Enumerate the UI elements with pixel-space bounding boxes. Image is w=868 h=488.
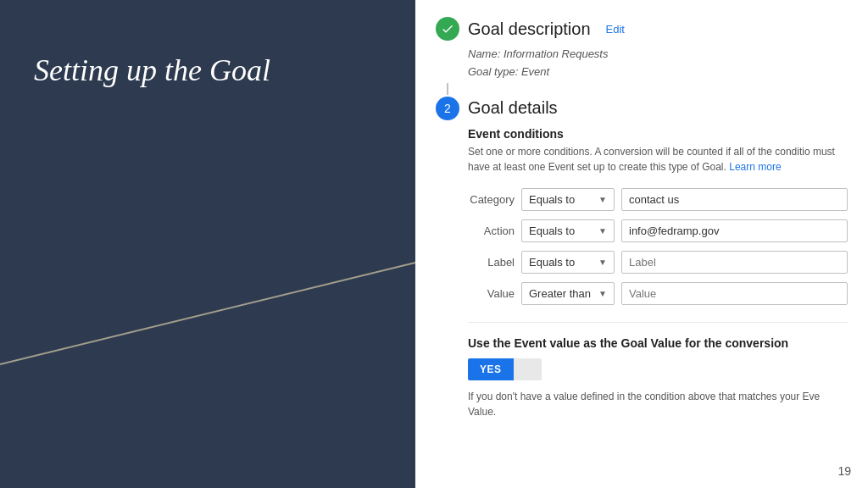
- value-dropdown-arrow: ▼: [598, 289, 607, 298]
- condition-row-label: Label Equals to ▼: [468, 251, 848, 274]
- toggle-container: YES: [468, 358, 848, 380]
- goal-meta: Name: Information Requests Goal type: Ev…: [468, 46, 848, 81]
- slide-title: Setting up the Goal: [34, 51, 270, 91]
- goal-name-line: Name: Information Requests: [468, 46, 848, 64]
- page-number: 19: [837, 464, 851, 478]
- value-label: Value: [468, 287, 515, 300]
- action-dropdown-value: Equals to: [529, 225, 575, 237]
- learn-more-link[interactable]: Learn more: [729, 161, 781, 173]
- category-input[interactable]: [621, 188, 848, 211]
- condition-row-category: Category Equals to ▼: [468, 188, 848, 211]
- toggle-yes-button[interactable]: YES: [468, 358, 514, 380]
- label-dropdown[interactable]: Equals to ▼: [521, 251, 615, 274]
- value-dropdown[interactable]: Greater than ▼: [521, 282, 615, 305]
- right-panel: Goal description Edit Name: Information …: [415, 0, 868, 488]
- label-dropdown-arrow: ▼: [598, 258, 607, 267]
- goal-details-title: Goal details: [468, 98, 558, 118]
- action-label: Action: [468, 225, 515, 237]
- event-conditions-desc: Set one or more conditions. A conversion…: [468, 144, 848, 175]
- goal-value-desc: If you don't have a value defined in the…: [468, 389, 848, 419]
- step-circle: 2: [436, 97, 459, 120]
- toggle-no-button[interactable]: [514, 358, 542, 380]
- category-dropdown-value: Equals to: [529, 193, 575, 206]
- value-dropdown-value: Greater than: [529, 287, 591, 300]
- goal-type-line: Goal type: Event: [468, 64, 848, 81]
- conditions-table: Category Equals to ▼ Action Equals to ▼ …: [468, 188, 848, 305]
- condition-row-value: Value Greater than ▼: [468, 282, 848, 305]
- action-dropdown[interactable]: Equals to ▼: [521, 219, 615, 242]
- category-dropdown[interactable]: Equals to ▼: [521, 188, 615, 211]
- type-label: Goal type:: [468, 65, 518, 78]
- goal-description-header: Goal description Edit: [436, 17, 848, 41]
- goal-value-title: Use the Event value as the Goal Value fo…: [468, 336, 848, 350]
- goal-details-header: 2 Goal details: [436, 97, 848, 120]
- category-label: Category: [468, 193, 515, 206]
- action-input[interactable]: [621, 219, 848, 242]
- action-dropdown-arrow: ▼: [598, 226, 607, 236]
- label-input[interactable]: [621, 251, 848, 274]
- label-dropdown-value: Equals to: [529, 256, 575, 269]
- check-circle-icon: [436, 17, 459, 41]
- goal-value-section: Use the Event value as the Goal Value fo…: [468, 322, 848, 419]
- svg-line-0: [0, 263, 415, 364]
- goal-description-title: Goal description: [468, 19, 591, 39]
- type-value: Event: [521, 65, 549, 78]
- value-input[interactable]: [621, 282, 848, 305]
- event-conditions-title: Event conditions: [468, 127, 848, 141]
- name-label: Name:: [468, 47, 500, 60]
- label-label: Label: [468, 256, 515, 269]
- category-dropdown-arrow: ▼: [598, 195, 607, 204]
- edit-link[interactable]: Edit: [606, 23, 625, 36]
- section-connector: [447, 83, 448, 95]
- name-value: Information Requests: [504, 47, 609, 60]
- condition-row-action: Action Equals to ▼: [468, 219, 848, 242]
- left-panel: Setting up the Goal: [0, 0, 415, 488]
